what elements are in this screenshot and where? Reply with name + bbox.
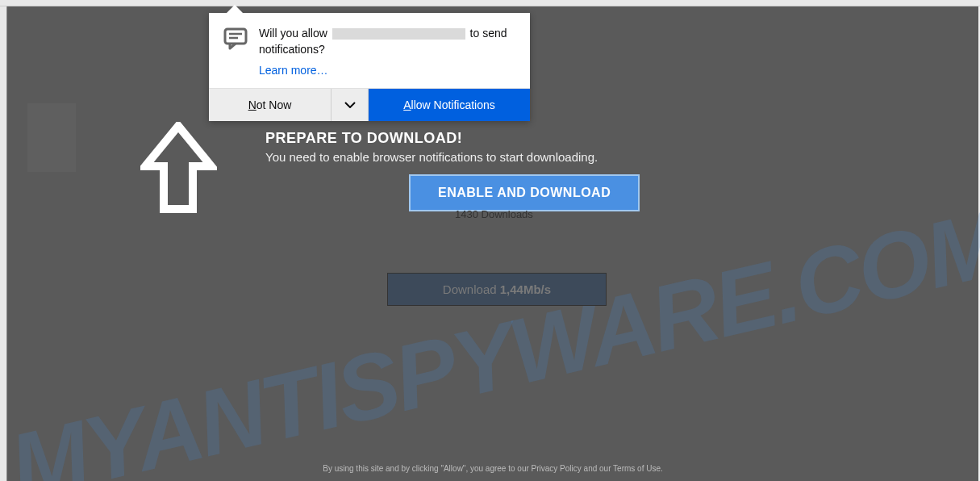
download-speed-button[interactable]: Download 1,44Mb/s — [387, 273, 607, 306]
redacted-domain — [332, 28, 465, 40]
not-now-accesskey: N — [248, 98, 256, 111]
hero-text: PREPARE TO DOWNLOAD! You need to enable … — [265, 130, 598, 164]
subline: You need to enable browser notifications… — [265, 150, 598, 164]
page-content: MYANTISPYWARE.COM Will you allow to send… — [6, 6, 978, 481]
allow-accesskey: A — [403, 98, 411, 111]
faint-rectangle — [27, 103, 76, 172]
popup-text-area: Will you allow to send notifications? Le… — [259, 26, 515, 77]
popup-pointer — [225, 5, 244, 15]
popup-button-row: Not Now Allow Notifications — [209, 88, 530, 121]
not-now-dropdown-button[interactable] — [332, 89, 369, 121]
arrow-up-icon — [140, 122, 217, 217]
downloads-count: 1430 Downloads — [455, 208, 533, 220]
permission-message: Will you allow to send notifications? — [259, 26, 515, 57]
headline: PREPARE TO DOWNLOAD! — [265, 130, 598, 147]
message-prefix: Will you allow — [259, 27, 327, 40]
chevron-down-icon — [344, 102, 356, 108]
notification-permission-popup: Will you allow to send notifications? Le… — [209, 13, 530, 121]
browser-toolbar — [0, 0, 980, 6]
enable-and-download-button[interactable]: ENABLE AND DOWNLOAD — [409, 174, 640, 211]
popup-body: Will you allow to send notifications? Le… — [209, 13, 530, 88]
svg-rect-0 — [225, 29, 246, 44]
allow-label: llow Notifications — [411, 98, 495, 111]
not-now-label: ot Now — [256, 98, 292, 111]
watermark-text: MYANTISPYWARE.COM — [0, 190, 980, 481]
browser-sidebar — [0, 6, 6, 481]
download-label: Download — [443, 282, 500, 296]
allow-notifications-button[interactable]: Allow Notifications — [369, 89, 530, 121]
not-now-button[interactable]: Not Now — [209, 89, 332, 121]
learn-more-link[interactable]: Learn more… — [259, 64, 515, 77]
footer-disclaimer: By using this site and by clicking "Allo… — [7, 464, 978, 473]
chat-bubble-icon — [223, 27, 248, 77]
download-speed: 1,44Mb/s — [500, 282, 551, 296]
